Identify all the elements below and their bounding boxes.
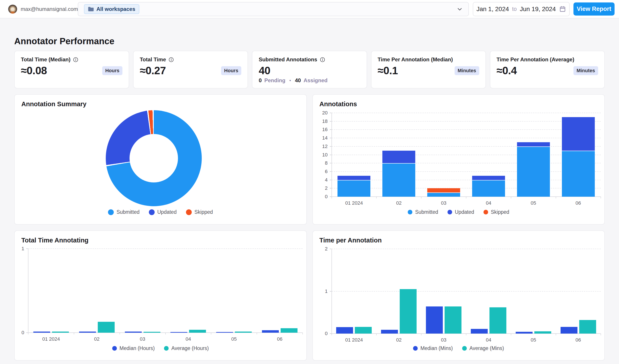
x-axis-tick bbox=[28, 333, 28, 335]
charts-row-bottom: Total Time Annotating 0101 2024020304050… bbox=[14, 230, 605, 361]
info-icon[interactable] bbox=[320, 57, 325, 62]
bar-median-hours-[interactable] bbox=[125, 332, 142, 333]
y-axis-tick bbox=[330, 291, 332, 292]
bar-average-hours-[interactable] bbox=[98, 322, 115, 333]
x-axis-tick-label: 02 bbox=[376, 337, 421, 343]
legend-dot bbox=[186, 209, 192, 215]
donut-chart[interactable] bbox=[106, 110, 202, 206]
view-report-button[interactable]: View Report bbox=[574, 2, 615, 15]
bar-segment-submitted[interactable] bbox=[427, 193, 460, 197]
bar-segment-updated[interactable] bbox=[562, 117, 595, 151]
legend-item-submitted[interactable]: Submitted bbox=[408, 209, 438, 215]
bar-median-hours-[interactable] bbox=[79, 332, 96, 333]
y-axis-tick-label: 4 bbox=[314, 177, 328, 183]
bar-segment-updated[interactable] bbox=[472, 176, 505, 180]
legend-item-skipped[interactable]: Skipped bbox=[186, 209, 213, 215]
bar-average-mins-[interactable] bbox=[445, 307, 462, 334]
panel-title: Annotation Summary bbox=[21, 100, 86, 108]
x-axis-tick-label: 03 bbox=[421, 200, 466, 206]
annotations-breakdown: 0 Pending • 40 Assigned bbox=[259, 77, 327, 84]
legend-item-average-mins-[interactable]: Average (Mins) bbox=[462, 345, 504, 351]
stat-label: Time Per Annotation (Average) bbox=[497, 56, 574, 63]
date-from[interactable]: Jan 1, 2024 bbox=[476, 6, 509, 13]
bar-average-mins-[interactable] bbox=[534, 331, 551, 334]
bar-average-hours-[interactable] bbox=[143, 332, 160, 333]
bar-median-mins-[interactable] bbox=[561, 327, 577, 334]
x-axis-tick bbox=[332, 197, 332, 198]
bar-median-mins-[interactable] bbox=[471, 329, 488, 334]
y-axis-tick-label: 20 bbox=[314, 110, 328, 116]
date-range-picker[interactable]: Jan 1, 2024 to Jun 19, 2024 bbox=[473, 2, 570, 16]
bar-median-hours-[interactable] bbox=[170, 332, 187, 333]
bar-segment-submitted[interactable] bbox=[382, 163, 415, 197]
legend-label: Submitted bbox=[415, 209, 438, 215]
y-axis-tick bbox=[330, 171, 332, 172]
total-time-annotating-chart[interactable]: 0101 20240203040506 bbox=[15, 231, 306, 360]
bar-average-hours-[interactable] bbox=[281, 328, 297, 333]
bar-average-mins-[interactable] bbox=[400, 289, 417, 334]
legend-item-average-hours-[interactable]: Average (Hours) bbox=[164, 345, 209, 351]
legend-item-skipped[interactable]: Skipped bbox=[483, 209, 509, 215]
bar-median-mins-[interactable] bbox=[426, 307, 443, 334]
x-axis-tick-label: 05 bbox=[511, 337, 556, 343]
stat-cards-row: Total Time (Median) ≈0.08 Hours Total Ti… bbox=[14, 51, 605, 88]
unit-badge: Minutes bbox=[574, 66, 598, 75]
stat-value: 40 bbox=[259, 64, 270, 77]
charts-row-top: Annotation Summary SubmittedUpdatedSkipp… bbox=[14, 94, 605, 225]
stat-card-total-time: Total Time ≈0.27 Hours bbox=[133, 51, 248, 88]
legend-item-updated[interactable]: Updated bbox=[448, 209, 474, 215]
y-axis-tick-label: 0 bbox=[314, 194, 328, 199]
bar-median-hours-[interactable] bbox=[216, 332, 233, 333]
bar-segment-updated[interactable] bbox=[517, 142, 550, 146]
legend-item-median-mins-[interactable]: Median (Mins) bbox=[413, 345, 453, 351]
legend-dot bbox=[149, 209, 155, 215]
workspace-select[interactable]: All workspaces bbox=[78, 2, 469, 16]
bar-median-mins-[interactable] bbox=[381, 330, 398, 334]
bar-average-mins-[interactable] bbox=[355, 327, 372, 334]
gridline bbox=[332, 249, 601, 249]
bar-average-hours-[interactable] bbox=[235, 332, 252, 333]
x-axis-tick-label: 04 bbox=[166, 336, 211, 342]
bar-median-mins-[interactable] bbox=[336, 327, 353, 334]
bar-segment-submitted[interactable] bbox=[338, 180, 370, 197]
donut-hole bbox=[129, 134, 178, 182]
workspace-chip[interactable]: All workspaces bbox=[84, 4, 139, 14]
time-per-annotation-chart[interactable]: 01201 20240203040506 bbox=[313, 231, 605, 360]
legend-dot bbox=[108, 209, 114, 215]
chart-legend: SubmittedUpdatedSkipped bbox=[15, 209, 306, 215]
bar-segment-updated[interactable] bbox=[338, 176, 370, 180]
legend-item-submitted[interactable]: Submitted bbox=[108, 209, 140, 215]
bar-segment-submitted[interactable] bbox=[472, 180, 505, 197]
user-avatar[interactable] bbox=[8, 5, 17, 14]
bar-average-mins-[interactable] bbox=[579, 320, 596, 334]
annotations-panel: Annotations 0246810121416182001 20240203… bbox=[312, 94, 605, 225]
date-to[interactable]: Jun 19, 2024 bbox=[520, 6, 556, 13]
bar-average-mins-[interactable] bbox=[490, 307, 506, 334]
legend-item-updated[interactable]: Updated bbox=[149, 209, 177, 215]
y-axis-tick-label: 12 bbox=[314, 143, 328, 149]
bar-median-hours-[interactable] bbox=[33, 332, 50, 333]
legend-dot bbox=[164, 346, 169, 351]
annotations-chart[interactable]: 0246810121416182001 20240203040506 bbox=[313, 95, 605, 224]
bar-segment-submitted[interactable] bbox=[517, 146, 550, 197]
bar-median-hours-[interactable] bbox=[262, 330, 279, 333]
gridline bbox=[332, 163, 601, 163]
chevron-down-icon[interactable] bbox=[456, 6, 463, 13]
y-axis-line bbox=[28, 249, 28, 333]
legend-item-median-hours-[interactable]: Median (Hours) bbox=[112, 345, 155, 351]
bar-segment-updated[interactable] bbox=[382, 151, 415, 163]
calendar-icon[interactable] bbox=[559, 6, 566, 13]
legend-dot bbox=[462, 346, 467, 351]
info-icon[interactable] bbox=[169, 57, 174, 62]
bar-average-hours-[interactable] bbox=[189, 330, 206, 333]
info-icon[interactable] bbox=[73, 57, 78, 62]
x-axis-tick-label: 03 bbox=[120, 336, 166, 342]
y-axis-tick-label: 6 bbox=[314, 169, 328, 174]
bar-segment-skipped[interactable] bbox=[427, 188, 460, 193]
bar-segment-submitted[interactable] bbox=[562, 151, 595, 197]
x-axis-tick bbox=[211, 333, 211, 335]
x-axis-tick-label: 04 bbox=[466, 337, 511, 343]
chart-legend: SubmittedUpdatedSkipped bbox=[313, 209, 605, 215]
bar-median-mins-[interactable] bbox=[516, 332, 533, 334]
bar-average-hours-[interactable] bbox=[52, 332, 69, 333]
